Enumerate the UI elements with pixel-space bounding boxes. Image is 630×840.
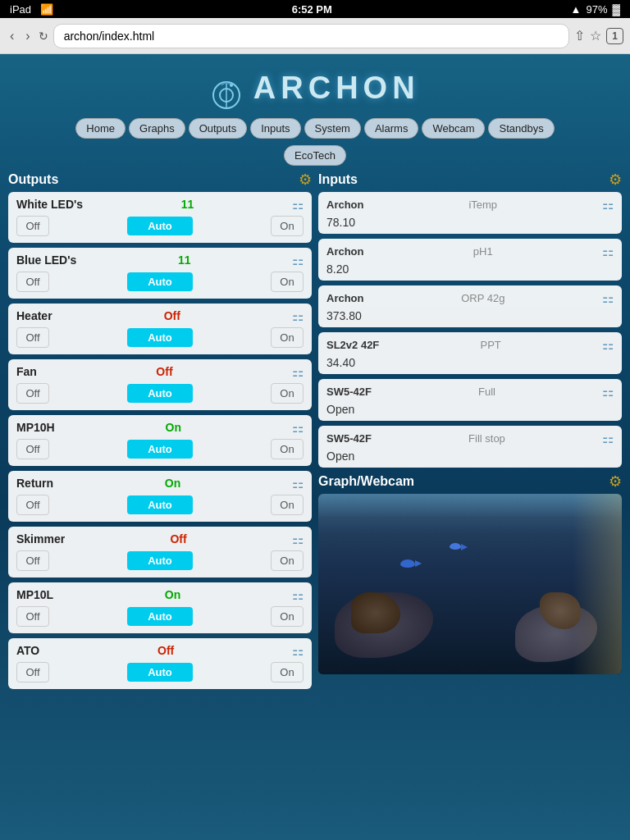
output-name-return: Return [16, 477, 53, 490]
on-btn-skimmer[interactable]: On [271, 550, 304, 571]
off-btn-white-leds[interactable]: Off [16, 216, 49, 236]
nav-outputs[interactable]: Outputs [189, 118, 248, 139]
sliders-icon-return[interactable]: ⚏ [292, 476, 304, 491]
output-card-white-leds: White LED's 11 ⚏ Off Auto On [8, 192, 312, 243]
back-button[interactable]: ‹ [7, 25, 17, 47]
output-status-mp10l: On [165, 588, 180, 601]
status-bar: iPad 📶 6:52 PM ▲ 97% ▓ [0, 0, 630, 18]
input-value-orp: 373.80 [326, 308, 614, 322]
auto-btn-fan[interactable]: Auto [127, 384, 193, 403]
off-btn-mp10h[interactable]: Off [16, 439, 49, 459]
right-column: Inputs ⚙ Archon iTemp ⚏ 78.10 Archon pH1… [318, 171, 622, 694]
sliders-icon-orp[interactable]: ⚏ [602, 290, 614, 306]
nav-bar-secondary: EcoTech [8, 144, 622, 166]
status-time: 6:52 PM [292, 3, 332, 16]
output-card-blue-leds: Blue LED's 11 ⚏ Off Auto On [8, 248, 312, 299]
output-name-blue-leds: Blue LED's [16, 253, 76, 267]
nav-graphs[interactable]: Graphs [129, 118, 185, 139]
sliders-icon-skimmer[interactable]: ⚏ [292, 532, 304, 547]
off-btn-blue-leds[interactable]: Off [16, 272, 49, 292]
share-button[interactable]: ⇧ [574, 28, 585, 43]
outputs-column: Outputs ⚙ White LED's 11 ⚏ Off Auto On [8, 171, 312, 694]
nav-system[interactable]: System [304, 118, 361, 139]
auto-btn-skimmer[interactable]: Auto [127, 551, 193, 570]
sliders-icon-mp10h[interactable]: ⚏ [292, 420, 304, 436]
output-status-ato: Off [158, 644, 174, 657]
sliders-icon-blue-leds[interactable]: ⚏ [292, 253, 304, 268]
sliders-icon-full[interactable]: ⚏ [602, 384, 614, 399]
tab-count[interactable]: 1 [606, 28, 623, 44]
bookmark-button[interactable]: ☆ [590, 28, 601, 43]
on-btn-return[interactable]: On [271, 495, 304, 515]
forward-button[interactable]: › [22, 25, 33, 47]
input-card-fillstop: SW5-42F Fill stop ⚏ Open [318, 426, 622, 468]
auto-btn-blue-leds[interactable]: Auto [127, 272, 193, 291]
sliders-icon-fillstop[interactable]: ⚏ [602, 431, 614, 446]
nav-standbys[interactable]: Standbys [488, 118, 554, 139]
inputs-title: Inputs [318, 172, 358, 187]
off-btn-ato[interactable]: Off [16, 662, 49, 682]
output-card-skimmer: Skimmer Off ⚏ Off Auto On [8, 527, 312, 578]
output-card-return: Return On ⚏ Off Auto On [8, 471, 312, 522]
auto-btn-return[interactable]: Auto [127, 495, 193, 514]
browser-bar: ‹ › ↻ ⇧ ☆ 1 [0, 18, 630, 54]
output-name-fan: Fan [16, 365, 37, 378]
sliders-icon-white-leds[interactable]: ⚏ [292, 197, 304, 212]
off-btn-return[interactable]: Off [16, 495, 49, 515]
graph-section: Graph/Webcam ⚙ [318, 472, 622, 674]
input-card-ph1: Archon pH1 ⚏ 8.20 [318, 239, 622, 281]
sliders-icon-ppt[interactable]: ⚏ [602, 337, 614, 353]
nav-inputs[interactable]: Inputs [250, 118, 300, 139]
off-btn-fan[interactable]: Off [16, 383, 49, 404]
auto-btn-ato[interactable]: Auto [127, 663, 193, 682]
graph-gear-icon[interactable]: ⚙ [609, 472, 622, 491]
refresh-button[interactable]: ↻ [39, 30, 48, 43]
sliders-icon-ato[interactable]: ⚏ [292, 643, 304, 659]
auto-btn-mp10l[interactable]: Auto [127, 607, 193, 626]
output-name-mp10l: MP10L [16, 588, 53, 601]
input-type-full: Full [478, 386, 495, 398]
on-btn-mp10l[interactable]: On [271, 606, 304, 627]
logo-text: ARCHON [253, 71, 420, 105]
url-input[interactable] [53, 24, 570, 48]
on-btn-fan[interactable]: On [271, 383, 304, 404]
output-status-mp10h: On [166, 421, 181, 434]
nav-home[interactable]: Home [75, 118, 126, 139]
output-status-fan: Off [156, 365, 172, 378]
input-value-fillstop: Open [326, 448, 614, 463]
status-right: ▲ 97% ▓ [571, 3, 620, 16]
nav-bar: Home Graphs Outputs Inputs System Alarms… [8, 118, 622, 139]
on-btn-ato[interactable]: On [271, 662, 304, 682]
nav-ecotech[interactable]: EcoTech [284, 145, 346, 166]
outputs-gear-icon[interactable]: ⚙ [299, 171, 312, 189]
sliders-icon-itemp[interactable]: ⚏ [602, 197, 614, 212]
on-btn-white-leds[interactable]: On [271, 216, 304, 236]
logo-icon [210, 79, 243, 112]
input-type-fillstop: Fill stop [468, 432, 505, 445]
sliders-icon-fan[interactable]: ⚏ [292, 364, 304, 380]
output-card-mp10l: MP10L On ⚏ Off Auto On [8, 582, 312, 633]
svg-point-3 [230, 84, 233, 87]
off-btn-skimmer[interactable]: Off [16, 550, 49, 571]
nav-webcam[interactable]: Webcam [422, 118, 485, 139]
off-btn-mp10l[interactable]: Off [16, 606, 49, 627]
sliders-icon-heater[interactable]: ⚏ [292, 308, 304, 324]
input-type-ppt: PPT [481, 339, 501, 351]
carrier-text: iPad [10, 3, 31, 16]
output-card-fan: Fan Off ⚏ Off Auto On [8, 359, 312, 410]
auto-btn-mp10h[interactable]: Auto [127, 440, 193, 459]
auto-btn-heater[interactable]: Auto [127, 328, 193, 347]
off-btn-heater[interactable]: Off [16, 327, 49, 348]
input-value-ppt: 34.40 [326, 354, 614, 369]
auto-btn-white-leds[interactable]: Auto [127, 217, 193, 235]
nav-alarms[interactable]: Alarms [364, 118, 418, 139]
on-btn-blue-leds[interactable]: On [271, 272, 304, 292]
sliders-icon-mp10l[interactable]: ⚏ [292, 587, 304, 603]
sliders-icon-ph1[interactable]: ⚏ [602, 244, 614, 259]
inputs-gear-icon[interactable]: ⚙ [609, 171, 622, 189]
on-btn-mp10h[interactable]: On [271, 439, 304, 459]
on-btn-heater[interactable]: On [271, 327, 304, 348]
battery-icon: ▓ [613, 3, 620, 16]
inputs-header: Inputs ⚙ [318, 171, 622, 189]
output-status-return: On [165, 477, 180, 490]
